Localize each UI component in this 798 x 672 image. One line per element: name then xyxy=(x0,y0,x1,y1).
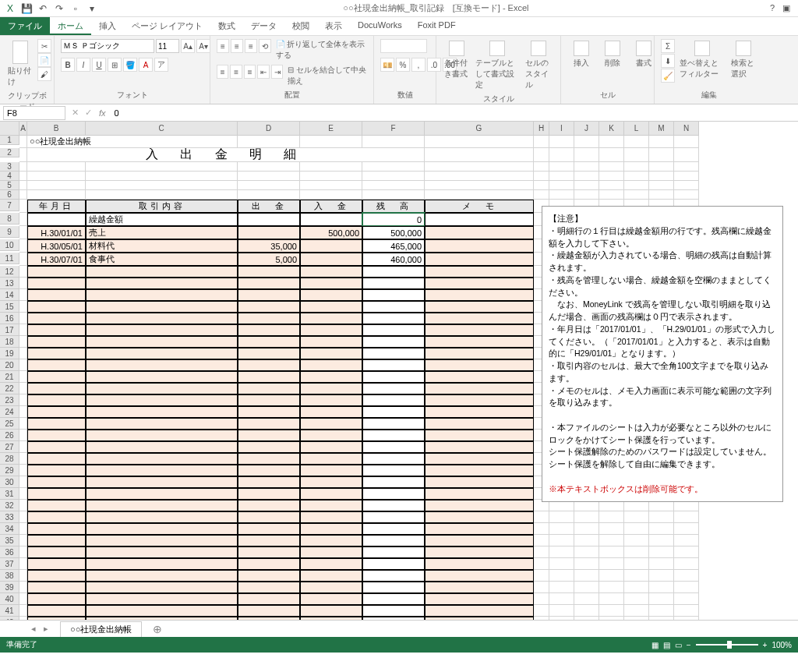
cell[interactable] xyxy=(362,441,425,453)
cell[interactable] xyxy=(238,266,300,278)
cell[interactable] xyxy=(549,605,574,617)
cell[interactable] xyxy=(19,582,27,593)
cell[interactable] xyxy=(574,558,599,570)
cell[interactable] xyxy=(86,406,238,418)
cell[interactable] xyxy=(624,162,649,172)
cell[interactable] xyxy=(300,605,362,617)
cell[interactable] xyxy=(425,348,534,359)
cell[interactable] xyxy=(19,148,27,162)
cell[interactable] xyxy=(425,453,534,465)
find-select-button[interactable]: 検索と選択 xyxy=(729,39,757,81)
cell[interactable] xyxy=(649,162,674,172)
cell[interactable] xyxy=(238,500,300,511)
cell[interactable] xyxy=(238,301,300,313)
cell-in[interactable] xyxy=(300,253,362,266)
cell[interactable] xyxy=(27,371,86,383)
cell[interactable] xyxy=(19,289,27,301)
cell[interactable] xyxy=(425,617,534,620)
cell[interactable] xyxy=(425,324,534,336)
cell[interactable] xyxy=(19,570,27,582)
cell[interactable] xyxy=(362,348,425,359)
cell[interactable] xyxy=(549,523,574,535)
cell[interactable] xyxy=(534,570,549,582)
cell[interactable] xyxy=(425,190,534,200)
cell[interactable] xyxy=(674,617,699,620)
row-header-9[interactable]: 9 xyxy=(0,226,19,238)
cell[interactable] xyxy=(86,190,238,200)
zoom-in-icon[interactable]: + xyxy=(763,641,768,649)
cell[interactable] xyxy=(86,558,238,570)
cell[interactable] xyxy=(27,394,86,406)
fill-icon[interactable]: ⬇ xyxy=(661,54,675,68)
row-header-37[interactable]: 37 xyxy=(0,558,19,570)
name-box[interactable] xyxy=(3,106,65,120)
cell[interactable] xyxy=(599,523,624,535)
row-header-41[interactable]: 41 xyxy=(0,605,19,617)
cell[interactable] xyxy=(549,190,574,200)
cell[interactable] xyxy=(425,582,534,593)
cell[interactable] xyxy=(238,336,300,348)
cell[interactable] xyxy=(86,430,238,441)
cell[interactable] xyxy=(27,593,86,605)
row-header-4[interactable]: 4 xyxy=(0,172,19,181)
add-sheet-button[interactable]: ⊕ xyxy=(143,621,171,637)
cell[interactable] xyxy=(300,336,362,348)
col-header-L[interactable]: L xyxy=(624,122,649,136)
cell[interactable] xyxy=(27,406,86,418)
format-table-button[interactable]: テーブルとして書式設定 xyxy=(474,39,521,92)
cell[interactable] xyxy=(300,617,362,620)
cell[interactable] xyxy=(238,453,300,465)
cell[interactable] xyxy=(86,488,238,500)
cell[interactable] xyxy=(300,558,362,570)
cell[interactable] xyxy=(19,190,27,200)
cell-out[interactable] xyxy=(238,226,300,239)
enter-icon[interactable]: ✓ xyxy=(82,108,95,118)
cell[interactable] xyxy=(574,162,599,172)
cell[interactable] xyxy=(674,181,699,190)
cell[interactable] xyxy=(599,190,624,200)
cell[interactable] xyxy=(86,418,238,430)
cell[interactable] xyxy=(425,593,534,605)
insert-cells-button[interactable]: 挿入 xyxy=(567,39,595,70)
comma-icon[interactable]: , xyxy=(411,58,425,72)
cell[interactable] xyxy=(86,546,238,558)
cell[interactable] xyxy=(574,605,599,617)
cell[interactable] xyxy=(86,617,238,620)
cell[interactable] xyxy=(238,441,300,453)
cell[interactable] xyxy=(27,359,86,371)
row-header-23[interactable]: 23 xyxy=(0,394,19,406)
cell[interactable] xyxy=(425,289,534,301)
cell[interactable] xyxy=(238,359,300,371)
cell[interactable] xyxy=(549,535,574,546)
cell[interactable] xyxy=(27,172,86,181)
cell[interactable] xyxy=(238,162,300,172)
cell[interactable] xyxy=(362,617,425,620)
cut-icon[interactable]: ✂ xyxy=(37,39,51,53)
cell[interactable] xyxy=(86,301,238,313)
row-header-16[interactable]: 16 xyxy=(0,313,19,324)
row-header-26[interactable]: 26 xyxy=(0,430,19,441)
cell[interactable] xyxy=(238,289,300,301)
align-right-icon[interactable]: ≡ xyxy=(244,65,256,79)
cell[interactable] xyxy=(425,301,534,313)
cell-date[interactable] xyxy=(27,213,86,226)
row-header-22[interactable]: 22 xyxy=(0,383,19,394)
cell[interactable] xyxy=(300,593,362,605)
cell[interactable] xyxy=(238,278,300,289)
cell[interactable] xyxy=(574,148,599,162)
cell-style-button[interactable]: セルのスタイル xyxy=(524,39,554,92)
cell[interactable] xyxy=(674,523,699,535)
align-top-icon[interactable]: ≡ xyxy=(217,39,229,53)
cell[interactable] xyxy=(19,593,27,605)
cell[interactable] xyxy=(19,441,27,453)
cell-memo[interactable] xyxy=(425,253,534,266)
cell[interactable] xyxy=(425,136,534,148)
th-desc[interactable]: 取引内容 xyxy=(86,200,238,213)
cell[interactable] xyxy=(574,546,599,558)
cell[interactable] xyxy=(599,546,624,558)
cell[interactable] xyxy=(425,465,534,476)
th-in[interactable]: 入 金 xyxy=(300,200,362,213)
cell[interactable] xyxy=(624,558,649,570)
col-header-E[interactable]: E xyxy=(300,122,362,136)
cell[interactable] xyxy=(362,476,425,488)
